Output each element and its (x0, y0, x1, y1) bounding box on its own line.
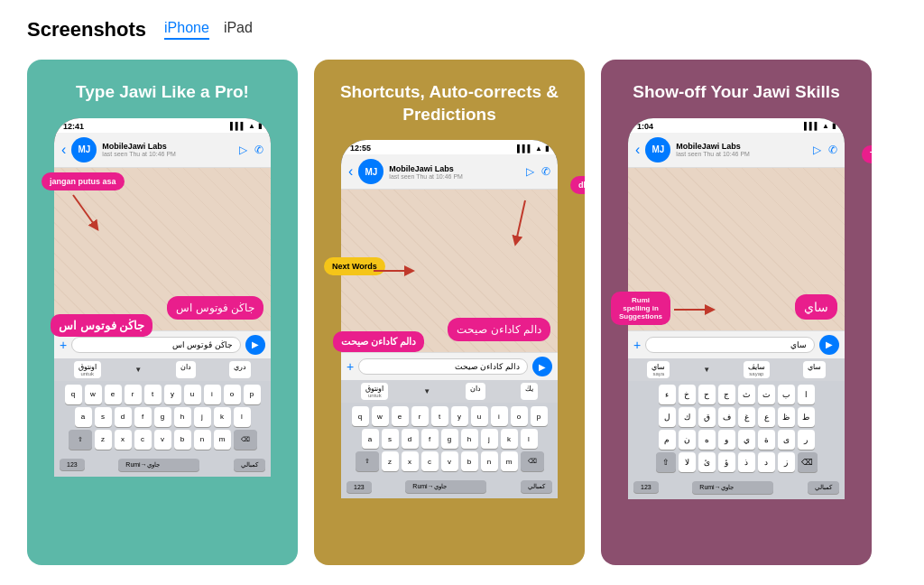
key2-w[interactable]: w (372, 406, 389, 426)
key2-q[interactable]: q (352, 406, 369, 426)
key2-z[interactable]: z (382, 451, 399, 471)
key3-28[interactable]: ذ (738, 452, 755, 472)
video-icon[interactable]: ▷ (239, 144, 247, 156)
key3-7[interactable]: ب (778, 385, 795, 404)
key-i[interactable]: i (204, 385, 221, 404)
suggestion-3-1[interactable]: ساي saya (647, 361, 670, 378)
key2-r[interactable]: r (411, 406, 429, 426)
key3-24[interactable]: ر (798, 430, 815, 450)
send-button-3[interactable]: ▶ (819, 335, 839, 355)
input-field-2[interactable]: دالم كاداءن صيحت (358, 358, 528, 375)
key3-15[interactable]: ظ (778, 407, 795, 427)
key3-8[interactable]: ا (798, 385, 815, 404)
video-icon-2[interactable]: ▷ (526, 165, 534, 178)
plus-icon-2[interactable]: + (346, 359, 354, 374)
key-e[interactable]: e (105, 385, 122, 404)
key2-a[interactable]: a (362, 429, 379, 449)
key-t[interactable]: t (144, 385, 162, 404)
call-icon-2[interactable]: ✆ (541, 165, 550, 178)
key2-c[interactable]: c (421, 451, 439, 471)
key3-2[interactable]: خ (679, 385, 696, 404)
key3-3[interactable]: ح (698, 385, 716, 404)
key-r[interactable]: r (125, 385, 142, 404)
key3-17[interactable]: م (659, 430, 676, 450)
key2-j[interactable]: j (481, 429, 498, 449)
key-j[interactable]: j (194, 407, 211, 427)
bottom-key-kembali-2[interactable]: كمبالي (521, 480, 552, 493)
key2-o[interactable]: o (511, 406, 528, 426)
key3-25[interactable]: ﻻ (679, 452, 696, 472)
suggestion-2-1[interactable]: اونتوق untuk (361, 383, 388, 400)
key3-10[interactable]: ك (679, 407, 696, 427)
key2-y[interactable]: y (451, 406, 468, 426)
key2-k[interactable]: k (501, 429, 518, 449)
suggestion-1-1[interactable]: اونتوق untuk (74, 361, 101, 378)
suggestion-3-2[interactable]: سايڤ sayap (744, 361, 770, 378)
key-a[interactable]: a (75, 407, 92, 427)
key2-u[interactable]: u (471, 406, 488, 426)
key3-21[interactable]: ي (738, 430, 755, 450)
bottom-key-kembali-3[interactable]: كمبالي (808, 481, 839, 494)
key2-i[interactable]: i (491, 406, 508, 426)
key-f[interactable]: f (134, 407, 152, 427)
key2-g[interactable]: g (441, 429, 458, 449)
key2-n[interactable]: n (481, 451, 498, 471)
back-arrow-2[interactable]: ‹ (348, 163, 353, 180)
call-icon[interactable]: ✆ (254, 144, 263, 156)
back-arrow-3[interactable]: ‹ (635, 142, 640, 158)
key2-d[interactable]: d (402, 429, 419, 449)
key-g[interactable]: g (154, 407, 171, 427)
key2-e[interactable]: e (392, 406, 409, 426)
key2-x[interactable]: x (402, 451, 419, 471)
key-shift[interactable]: ⇧ (69, 430, 92, 450)
key3-18[interactable]: ن (679, 430, 696, 450)
suggestion-1-3[interactable]: دري (229, 361, 251, 378)
key3-29[interactable]: د (758, 452, 775, 472)
back-arrow-1[interactable]: ‹ (61, 142, 66, 158)
key-h[interactable]: h (174, 407, 191, 427)
key3-shift[interactable]: ⇧ (656, 452, 676, 472)
key-backspace[interactable]: ⌫ (234, 430, 257, 450)
plus-icon-3[interactable]: + (633, 338, 641, 352)
suggestion-3-3[interactable]: ساي (803, 361, 826, 378)
bottom-key-kembali-1[interactable]: كمبالي (234, 459, 265, 471)
key-w[interactable]: w (85, 385, 102, 404)
key2-t[interactable]: t (431, 406, 448, 426)
key-n[interactable]: n (194, 430, 211, 450)
key-c[interactable]: c (134, 430, 152, 450)
key-u[interactable]: u (184, 385, 201, 404)
key2-s[interactable]: s (382, 429, 399, 449)
key-v[interactable]: v (154, 430, 171, 450)
key3-22[interactable]: ة (758, 430, 775, 450)
key3-27[interactable]: ؤ (718, 452, 735, 472)
video-icon-3[interactable]: ▷ (813, 144, 821, 156)
key-y[interactable]: y (164, 385, 181, 404)
suggestion-arrow-2[interactable]: ▼ (423, 383, 430, 400)
key3-backspace[interactable]: ⌫ (798, 452, 818, 472)
key2-v[interactable]: v (441, 451, 458, 471)
suggestion-2-2[interactable]: دان (466, 383, 485, 400)
key3-13[interactable]: غ (738, 407, 755, 427)
key2-p[interactable]: p (531, 406, 548, 426)
bottom-key-rumi-3[interactable]: Rumi→جاوي (692, 481, 773, 494)
suggestion-2-3[interactable]: يڬ (521, 383, 538, 400)
key-p[interactable]: p (244, 385, 261, 404)
key3-23[interactable]: ى (778, 430, 795, 450)
key3-19[interactable]: ه (698, 430, 716, 450)
key2-backspace[interactable]: ⌫ (521, 451, 544, 471)
key3-9[interactable]: ل (659, 407, 676, 427)
bottom-key-123-3[interactable]: 123 (633, 481, 659, 493)
bottom-key-rumi-2[interactable]: Rumi→جاوي (405, 480, 486, 493)
key2-f[interactable]: f (421, 429, 439, 449)
key-s[interactable]: s (95, 407, 112, 427)
plus-icon-1[interactable]: + (60, 338, 67, 352)
input-field-1[interactable]: جاڬن ڤوتوس اس (71, 337, 241, 353)
bottom-key-123-1[interactable]: 123 (60, 459, 85, 470)
key3-4[interactable]: ج (718, 385, 735, 404)
key-l[interactable]: l (234, 407, 251, 427)
key3-20[interactable]: و (718, 430, 735, 450)
key-o[interactable]: o (224, 385, 241, 404)
key3-14[interactable]: ع (758, 407, 775, 427)
key-d[interactable]: d (115, 407, 132, 427)
tab-iphone[interactable]: iPhone (164, 20, 209, 40)
